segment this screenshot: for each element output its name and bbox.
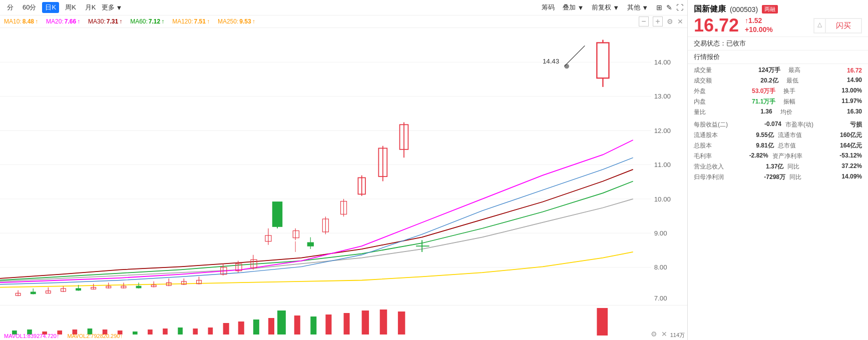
edit-icon[interactable]: ✎ [666,4,672,12]
stock-name: 国新健康 [694,4,726,14]
toolbar-yuek[interactable]: 月K [82,2,99,13]
value-roa: -53.12% [821,152,862,160]
toolbar-icons: ⊞ ✎ ⛶ [656,4,683,12]
value-pe: 亏损 [832,120,862,129]
minus-icon[interactable]: − [639,16,649,26]
stock-price-row: 16.72 ↑1.52 +10.00% △ 闪买 [694,16,862,34]
mavol1-label: MAVOL1:839274.720↑ [4,333,59,339]
value-junjia: 16.30 [819,108,862,116]
label-zuigao: 最高 [788,66,823,74]
label-totalcap: 总市值 [778,142,818,150]
chevron-down-icon: ▼ [613,4,619,12]
mavol2-label: MAVOL2:792820.290↑ [67,333,122,339]
toolbar-fuquan[interactable]: 前复权 ▼ [592,3,619,12]
svg-rect-88 [238,322,244,334]
chart-controls: − + ⚙ ✕ [639,16,683,26]
toolbar-zhouk[interactable]: 周K [62,2,79,13]
svg-text:7.00: 7.00 [654,294,667,302]
svg-rect-32 [136,286,141,288]
toolbar-fen[interactable]: 分 [4,2,17,13]
chevron-down-icon: ▼ [642,4,648,12]
toolbar-qita[interactable]: 其他 ▼ [627,3,648,12]
close-icon[interactable]: ✕ [677,18,683,26]
svg-rect-95 [344,313,350,334]
data-fields: 成交量 124万手 最高 16.72 成交额 20.2亿 最低 14.90 外盘… [688,64,868,184]
toolbar-more[interactable]: 更多 ▼ [102,3,122,12]
plus-icon[interactable]: + [653,16,663,26]
ma10: MA10: 8.48 ↑ [4,18,38,25]
svg-text:13.00: 13.00 [654,93,671,100]
svg-rect-85 [193,328,198,334]
svg-rect-90 [268,318,274,334]
grid-icon[interactable]: ⊞ [656,4,662,12]
data-row-9: 毛利率 -2.82% 资产净利率 -53.12% [694,151,862,162]
svg-text:9.00: 9.00 [654,230,667,237]
svg-rect-93 [310,316,316,334]
value-ltshares: 9.55亿 [737,131,778,140]
value-huanshou: 13.00% [818,87,862,96]
svg-rect-83 [163,328,168,334]
value-eps: -0.074 [746,120,785,129]
svg-text:14.00: 14.00 [654,58,671,66]
toolbar-diejia[interactable]: 叠加 ▼ [563,3,584,12]
data-row-6: 每股收益(二) -0.074 市盈率(动) 亏损 [694,120,862,130]
chart-toolbar: 分 60分 日K 周K 月K 更多 ▼ 筹码 叠加 ▼ 前复权 ▼ 其他 ▼ ⊞ [0,0,687,16]
svg-rect-86 [208,328,213,334]
volume-settings-icon[interactable]: ⚙ [651,330,657,338]
svg-rect-55 [307,242,313,246]
volume-close-icon[interactable]: ✕ [661,330,667,338]
trade-status: 交易状态：已收市 [688,37,868,50]
svg-line-72 [564,46,585,66]
svg-text:10.00: 10.00 [654,196,671,203]
data-row-3: 外盘 53.0万手 换手 13.00% [694,86,862,96]
value-zhenfu: 11.97% [818,98,862,106]
svg-rect-81 [133,332,138,334]
chevron-down-icon: ▼ [116,4,122,12]
label-chengjiaoliang: 成交量 [694,66,735,74]
data-row-11: 归母净利润 -7298万 同比 14.09% [694,172,862,182]
value-grossmargin: -2.82% [730,152,772,160]
ma60: MA60: 7.12 ↑ [130,18,164,25]
toolbar-dayk[interactable]: 日K [42,2,59,13]
ma30: MA30: 7.31 ↑ [88,18,122,25]
volume-bar: MAVOL1:839274.720↑ MAVOL2:792820.290↑ ⚙ … [0,305,687,340]
flash-buy-button[interactable]: 闪买 [825,18,861,33]
svg-rect-97 [380,310,387,334]
change-abs: ↑1.52 [745,16,773,24]
value-zuidi: 14.90 [822,76,862,85]
stock-header: 国新健康 (000503) 两融 16.72 ↑1.52 +10.00% △ 闪… [688,0,868,37]
svg-rect-99 [597,308,608,336]
ma20: MA20: 7.66 ↑ [46,18,80,25]
label-roa: 资产净利率 [772,152,821,160]
svg-rect-18 [31,292,36,294]
svg-rect-69 [597,42,609,78]
section-title: 行情报价 [688,50,868,64]
svg-rect-52 [293,230,299,238]
settings-icon[interactable]: ⚙ [667,18,673,26]
toolbar-right: 筹码 叠加 ▼ 前复权 ▼ 其他 ▼ ⊞ ✎ ⛶ [542,3,683,12]
ma250: MA250: 9.53 ↑ [218,18,255,25]
right-panel: 国新健康 (000503) 两融 16.72 ↑1.52 +10.00% △ 闪… [688,0,868,340]
data-row-2: 成交额 20.2亿 最低 14.90 [694,76,862,86]
svg-text:11.00: 11.00 [654,161,671,168]
toolbar-60fen[interactable]: 60分 [20,2,39,13]
toolbar-chouma[interactable]: 筹码 [542,3,555,12]
data-row-7: 流通股本 9.55亿 流通市值 160亿元 [694,130,862,140]
expand-icon[interactable]: ⛶ [676,4,683,12]
margin-badge: 两融 [762,5,778,14]
svg-text:12.00: 12.00 [654,127,671,134]
arrow-up-button[interactable]: △ [814,18,825,33]
change-pct: +10.00% [745,26,773,34]
value-chengjiaoliang: 124万手 [735,66,788,74]
price-chart: 14.00 13.00 12.00 11.00 10.00 9.00 8.00 … [0,28,687,305]
value-zuigao: 16.72 [823,67,862,74]
label-zuidi: 最低 [786,76,823,85]
data-row-8: 总股本 9.81亿 总市值 164亿元 [694,140,862,151]
svg-rect-89 [253,320,259,334]
value-totalshares: 9.81亿 [734,142,778,150]
stock-code: (000503) [730,6,758,14]
stock-change: ↑1.52 +10.00% [745,16,773,34]
chevron-down-icon: ▼ [577,4,584,12]
value-liangbi: 1.36 [733,108,780,116]
volume-labels: MAVOL1:839274.720↑ MAVOL2:792820.290↑ [4,333,123,339]
